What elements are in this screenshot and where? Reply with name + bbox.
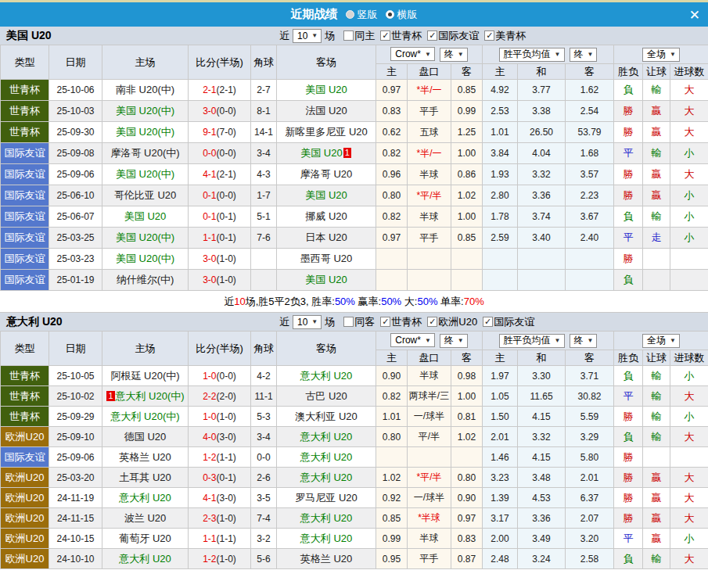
radio-horizontal-layout[interactable] [386, 10, 394, 19]
avg-select[interactable]: 胜平负均值▼ [499, 334, 565, 348]
halftime-score: (3-0) [217, 493, 236, 504]
result-cell: 勝 [614, 249, 643, 270]
away-team-cell: 法国 U20 [277, 101, 376, 122]
odds-source-select[interactable]: Crow*▼ [390, 333, 435, 347]
column-subheader: 盘口 [408, 64, 451, 80]
summary-segment: 大: [401, 296, 417, 307]
team-name: 摩洛哥 U20(中) [110, 147, 179, 159]
avg-time-select[interactable]: 终▼ [570, 48, 598, 62]
avg-home-cell: 1.05 [483, 386, 518, 407]
fulltime-score: 1-0 [203, 411, 216, 422]
date-cell: 25-06-10 [49, 185, 102, 206]
radio-vertical-layout[interactable] [346, 10, 354, 19]
date-cell: 25-09-10 [49, 427, 102, 447]
date-cell: 24-11-19 [49, 488, 102, 508]
home-team-cell: 美国 U20(中) [102, 101, 189, 122]
away-odds-cell: 1.00 [451, 143, 483, 164]
avg-home-cell: 1.50 [483, 407, 518, 427]
avg-away-cell [566, 249, 614, 270]
filter-controls: 近10▼场同主✓世青杯✓国际友谊✓美青杯 [276, 27, 526, 45]
home-team-cell: 美国 U20(中) [102, 164, 189, 185]
close-icon[interactable]: ✕ [689, 8, 700, 21]
away-odds-cell: 1.00 [451, 206, 483, 228]
handicap-result-cell: 輸 [643, 407, 670, 427]
away-odds-cell: 1.02 [451, 185, 483, 206]
live-badge: 1 [106, 391, 114, 401]
chevron-down-icon: ▼ [311, 318, 318, 325]
fulltime-score: 1-1 [203, 232, 216, 243]
avg-time-select[interactable]: 终▼ [570, 334, 598, 348]
league-checkbox-2[interactable]: ✓ [427, 317, 437, 327]
home-team-cell: 美国 U20 [102, 206, 189, 228]
league-checkbox-3[interactable]: ✓ [483, 317, 493, 327]
halftime-score: (1-0) [217, 411, 236, 422]
sections-container: 美国 U20近10▼场同主✓世青杯✓国际友谊✓美青杯类型日期主场比分(半场)角球… [0, 27, 708, 569]
match-count-select[interactable]: 10▼ [293, 29, 322, 43]
match-type-cell: 世青杯 [1, 122, 49, 143]
goals-cell: 小 [670, 206, 708, 228]
avg-home-cell: 2.53 [483, 101, 518, 122]
team-name: 意大利 U20(中) [116, 390, 185, 402]
result-cell: 勝 [614, 488, 643, 508]
score-cell: 1-0(1-0) [189, 407, 251, 427]
team-name: 波兰 U20 [124, 512, 166, 524]
match-type-cell: 世青杯 [1, 386, 49, 407]
odds-group-header: Crow*▼终▼ [376, 45, 483, 64]
handicap-result-cell [643, 447, 670, 468]
odds-source-select[interactable]: Crow*▼ [390, 47, 435, 61]
header-row: 类型日期主场比分(半场)角球客场Crow*▼终▼胜平负均值▼终▼全场▼ [1, 332, 708, 350]
chevron-down-icon: ▼ [311, 32, 318, 39]
home-odds-cell: 0.62 [376, 122, 408, 143]
chevron-down-icon: ▼ [588, 51, 594, 58]
team-name: 意大利 U20 [119, 553, 171, 565]
column-subheader: 进球数 [670, 350, 708, 366]
home-team-cell: 美国 U20(中) [102, 228, 189, 249]
handicap-result-cell: 贏 [643, 488, 670, 508]
same-venue-checkbox[interactable] [343, 30, 354, 41]
match-count-select[interactable]: 10▼ [293, 315, 322, 329]
away-team-cell: 英格兰 U20 [277, 549, 376, 569]
odds-source-select-value: Crow* [395, 48, 421, 59]
handicap-cell [408, 447, 451, 468]
table-row: 欧洲U2024-10-15葡萄牙 U201-1(1-1)3-2意大利 U200.… [1, 529, 708, 549]
league-checkbox-3[interactable]: ✓ [484, 30, 494, 41]
league-checkbox-1[interactable]: ✓ [380, 317, 390, 327]
handicap-result-cell: 輸 [643, 206, 670, 228]
avg-draw-cell [518, 249, 566, 270]
same-venue-label: 同客 [354, 315, 375, 329]
same-venue-label: 同主 [354, 29, 375, 43]
column-header: 角球 [251, 332, 277, 366]
odds-time-select[interactable]: 终▼ [440, 48, 468, 62]
scope-select[interactable]: 全场▼ [642, 48, 680, 62]
handicap-result-cell [643, 270, 670, 291]
avg-draw-cell: 4.53 [518, 488, 566, 508]
avg-draw-cell: 4.15 [518, 447, 566, 468]
handicap-cell: 半球 [408, 366, 451, 386]
home-team-cell: 哥伦比亚 U20 [102, 185, 189, 206]
corners-cell [251, 249, 277, 270]
away-team-cell: 墨西哥 U20 [277, 249, 376, 270]
league-checkbox-1[interactable]: ✓ [380, 30, 390, 41]
scope-select[interactable]: 全场▼ [642, 334, 680, 348]
avg-away-cell: 3.67 [566, 206, 614, 228]
same-venue-checkbox[interactable] [343, 317, 354, 327]
avg-select-value: 胜平负均值 [504, 48, 551, 61]
avg-away-cell: 3.29 [566, 427, 614, 447]
team-name: 意大利 U20(中) [110, 411, 179, 422]
team-name: 美国 U20(中) [116, 105, 174, 117]
fulltime-score: 2-2 [203, 391, 216, 402]
team-title: 美国 U20 [6, 29, 52, 43]
fulltime-score: 9-1 [203, 127, 216, 138]
home-odds-cell: 0.82 [376, 143, 408, 164]
odds-time-select[interactable]: 终▼ [440, 334, 468, 348]
avg-draw-cell: 3.38 [518, 101, 566, 122]
league-checkbox-2[interactable]: ✓ [427, 30, 437, 41]
date-cell: 25-10-06 [49, 80, 102, 101]
avg-select[interactable]: 胜平负均值▼ [499, 48, 565, 62]
home-team-cell: 摩洛哥 U20(中) [102, 143, 189, 164]
match-type-cell: 国际友谊 [1, 164, 49, 185]
away-odds-cell: 1.00 [451, 386, 483, 407]
column-header: 客场 [277, 332, 376, 366]
avg-group-header: 胜平负均值▼终▼ [483, 45, 614, 64]
team-name: 挪威 U20 [305, 210, 347, 222]
